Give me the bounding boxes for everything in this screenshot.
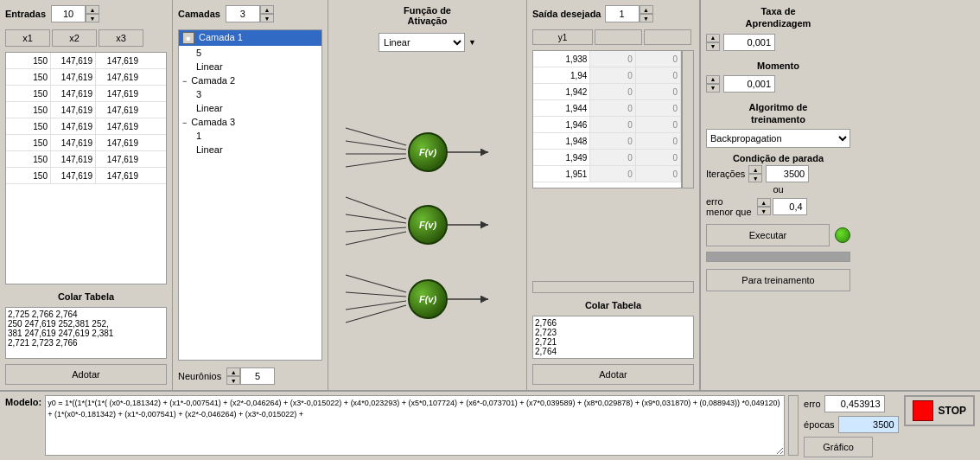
saida-cell[interactable]: 1,949: [533, 150, 590, 165]
cell[interactable]: 150: [6, 118, 51, 134]
entradas-spin-up[interactable]: ▲: [86, 5, 99, 14]
entradas-spin-down[interactable]: ▼: [86, 14, 99, 22]
executar-btn[interactable]: Executar: [706, 224, 830, 246]
cell[interactable]: 147,619: [51, 86, 96, 101]
neuronios-spin-down[interactable]: ▼: [226, 376, 240, 385]
saida-spin-down[interactable]: ▼: [640, 14, 653, 22]
iter-spinbox[interactable]: ▲ ▼: [748, 165, 762, 182]
tree-item-linear1[interactable]: Linear: [179, 60, 321, 73]
cell[interactable]: 147,619: [51, 102, 96, 118]
saida-cell-r1: 0: [590, 150, 635, 165]
para-btn[interactable]: Para treinamento: [706, 269, 850, 291]
cell[interactable]: 150: [6, 168, 51, 183]
saida-col-header[interactable]: [532, 29, 593, 45]
camadas-spin-down[interactable]: ▼: [260, 14, 274, 22]
entradas-adotar-btn[interactable]: Adotar: [5, 364, 167, 385]
saida-cell[interactable]: 1,94: [533, 67, 590, 83]
camadas-spin-up[interactable]: ▲: [260, 5, 274, 14]
taxa-spinbox[interactable]: ▲ ▼: [706, 34, 720, 51]
saida-cell[interactable]: 1,942: [533, 84, 590, 99]
momento-value[interactable]: 0,001: [723, 75, 775, 93]
cell[interactable]: 147,619: [51, 53, 96, 68]
dropdown-icon: ▼: [468, 38, 476, 47]
cell[interactable]: 150: [6, 53, 51, 68]
erro-value[interactable]: 0,4: [773, 198, 807, 215]
momento-spinbox[interactable]: ▲ ▼: [706, 75, 720, 93]
stop-red-btn[interactable]: [913, 400, 933, 421]
saida-cell[interactable]: 1,944: [533, 100, 590, 116]
cell[interactable]: 147,619: [51, 151, 96, 167]
iter-spin-up[interactable]: ▲: [748, 165, 762, 174]
cell[interactable]: 150: [6, 69, 51, 85]
neuronios-spin-up[interactable]: ▲: [226, 367, 240, 376]
tree-item-1[interactable]: 1: [179, 129, 321, 143]
iter-spin-down[interactable]: ▼: [748, 174, 762, 182]
modelo-text[interactable]: y0 = 1*((1*(1*(1*( (x0*-0,181342) + (x1*…: [45, 395, 785, 456]
taxa-spin-up[interactable]: ▲: [706, 34, 720, 42]
saida-cell[interactable]: 1,948: [533, 133, 590, 149]
erro-spinbox[interactable]: ▲ ▼: [757, 198, 771, 215]
saida-textarea[interactable]: 2,766 2,723 2,721 2,764: [532, 316, 694, 359]
entradas-textarea[interactable]: 2,725 2,766 2,764 250 247,619 252,381 25…: [5, 307, 167, 359]
col-x2-btn[interactable]: x2: [52, 29, 97, 47]
cell[interactable]: 147,619: [51, 118, 96, 134]
momento-spin-up[interactable]: ▲: [706, 75, 720, 84]
cell[interactable]: 147,619: [51, 168, 96, 183]
saida-cell-r2: 0: [636, 100, 681, 116]
saida-scrollbar-h[interactable]: [532, 281, 694, 293]
cell[interactable]: 147,619: [96, 151, 141, 167]
entradas-spinbox[interactable]: 10 ▲ ▼: [51, 5, 99, 22]
taxa-value[interactable]: 0,001: [723, 34, 775, 51]
entradas-value[interactable]: 10: [51, 5, 86, 22]
saida-scrollbar-v[interactable]: [682, 50, 694, 188]
modelo-scrollbar[interactable]: [788, 395, 799, 456]
saida-cell[interactable]: 1,951: [533, 166, 590, 182]
epocas-value[interactable]: 3500: [838, 416, 899, 433]
tree-item-camada1[interactable]: ■ Camada 1: [179, 30, 321, 46]
cell[interactable]: 147,619: [96, 86, 141, 101]
cell[interactable]: 150: [6, 135, 51, 150]
erro-stat-value[interactable]: 0,453913: [824, 395, 885, 412]
erro-spin-down[interactable]: ▼: [757, 207, 771, 215]
tree-item-camada2[interactable]: − Camada 2: [179, 73, 321, 87]
cell[interactable]: 147,619: [96, 69, 141, 85]
saida-spinbox[interactable]: 1 ▲ ▼: [605, 5, 653, 22]
camadas-value[interactable]: 3: [226, 5, 260, 22]
activation-select[interactable]: Linear Sigmoid Tanh ReLU: [379, 33, 465, 52]
table-row: 1,951 0 0: [533, 166, 681, 182]
neuronios-spinbox[interactable]: ▲ ▼ 5: [226, 367, 275, 385]
saida-value[interactable]: 1: [605, 5, 640, 22]
saida-spin-up[interactable]: ▲: [640, 5, 653, 14]
saida-cell[interactable]: 1,938: [533, 51, 590, 67]
iter-value[interactable]: 3500: [766, 165, 809, 182]
tree-item-3[interactable]: 3: [179, 87, 321, 101]
tree-item-camada3[interactable]: − Camada 3: [179, 115, 321, 129]
cell[interactable]: 147,619: [96, 53, 141, 68]
svg-line-9: [346, 227, 406, 232]
saida-adotar-btn[interactable]: Adotar: [532, 364, 694, 385]
tree-item-linear3[interactable]: Linear: [179, 143, 321, 157]
camadas-spinbox[interactable]: 3 ▲ ▼: [226, 5, 274, 22]
cell[interactable]: 150: [6, 86, 51, 101]
cell[interactable]: 150: [6, 151, 51, 167]
activation-title: Função de Ativação: [404, 5, 451, 26]
cell[interactable]: 147,619: [96, 168, 141, 183]
cell[interactable]: 147,619: [96, 102, 141, 118]
algo-select[interactable]: Backpropagation Gradient Descent Levenbe…: [706, 129, 850, 148]
erro-spin-up[interactable]: ▲: [757, 198, 771, 207]
tree-item-linear2[interactable]: Linear: [179, 101, 321, 115]
cell[interactable]: 147,619: [96, 135, 141, 150]
taxa-spin-down[interactable]: ▼: [706, 42, 720, 51]
tree-item-5[interactable]: 5: [179, 46, 321, 60]
grafico-btn[interactable]: Gráfico: [804, 437, 873, 457]
cell[interactable]: 147,619: [96, 118, 141, 134]
col-x3-btn[interactable]: x3: [99, 29, 143, 47]
cell[interactable]: 147,619: [51, 135, 96, 150]
cell[interactable]: 150: [6, 102, 51, 118]
momento-spin-down[interactable]: ▼: [706, 84, 720, 93]
saida-cell[interactable]: 1,946: [533, 117, 590, 132]
cell[interactable]: 147,619: [51, 69, 96, 85]
col-x1-btn[interactable]: x1: [5, 29, 50, 47]
neuronios-value[interactable]: 5: [240, 367, 275, 385]
table-row: 1,94 0 0: [533, 67, 681, 84]
